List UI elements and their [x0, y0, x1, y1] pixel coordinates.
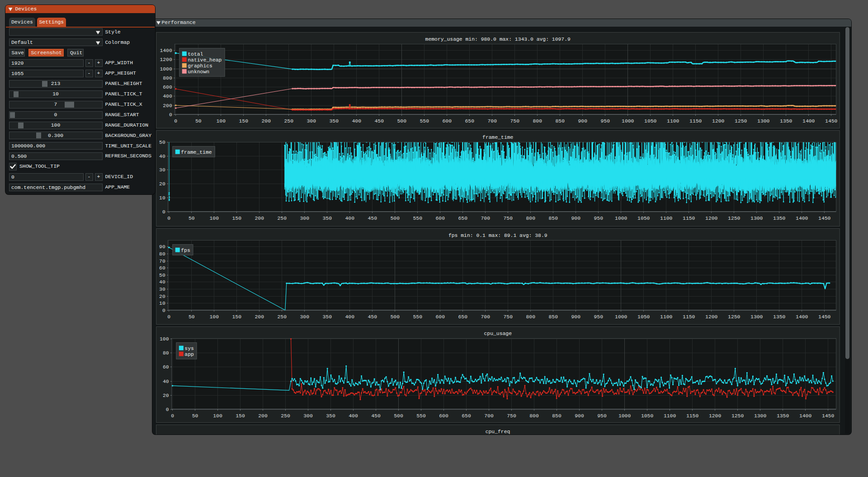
svg-text:550: 550 [416, 413, 426, 418]
svg-text:1450: 1450 [818, 215, 831, 221]
svg-text:1250: 1250 [728, 215, 741, 221]
svg-text:250: 250 [284, 118, 293, 123]
svg-text:40: 40 [159, 153, 165, 159]
svg-text:950: 950 [600, 118, 610, 123]
svg-text:350: 350 [329, 118, 339, 123]
svg-text:200: 200 [255, 215, 264, 221]
svg-text:800: 800 [526, 215, 535, 221]
svg-text:100: 100 [213, 413, 222, 418]
svg-text:1250: 1250 [728, 314, 741, 319]
svg-text:50: 50 [189, 215, 195, 221]
svg-text:850: 850 [548, 215, 558, 221]
svg-text:1150: 1150 [683, 314, 695, 319]
svg-text:1450: 1450 [825, 118, 838, 123]
svg-text:700: 700 [481, 215, 490, 221]
svg-text:950: 950 [597, 413, 607, 418]
svg-text:10: 10 [159, 195, 165, 200]
svg-text:0: 0 [166, 406, 169, 412]
svg-text:1400: 1400 [796, 314, 808, 319]
svg-text:0: 0 [171, 413, 174, 418]
svg-text:1200: 1200 [160, 57, 172, 62]
svg-text:200: 200 [255, 314, 264, 319]
svg-text:650: 650 [462, 413, 471, 418]
svg-text:50: 50 [159, 139, 165, 145]
svg-text:250: 250 [277, 215, 287, 221]
svg-text:app: app [184, 351, 194, 357]
svg-text:850: 850 [552, 413, 561, 418]
svg-text:550: 550 [420, 118, 429, 123]
svg-text:600: 600 [442, 118, 452, 123]
svg-text:0: 0 [167, 215, 170, 221]
svg-text:150: 150 [236, 413, 245, 418]
svg-text:1400: 1400 [160, 48, 172, 53]
svg-text:850: 850 [555, 118, 565, 123]
svg-text:850: 850 [548, 314, 558, 319]
svg-text:1250: 1250 [731, 413, 744, 418]
svg-text:50: 50 [192, 413, 198, 418]
svg-text:650: 650 [458, 215, 467, 221]
svg-text:1450: 1450 [818, 314, 831, 319]
svg-text:100: 100 [209, 314, 219, 319]
svg-text:1300: 1300 [757, 118, 770, 123]
svg-text:1350: 1350 [773, 215, 786, 221]
svg-text:1200: 1200 [712, 118, 725, 123]
svg-text:30: 30 [159, 167, 165, 173]
svg-text:80: 80 [159, 251, 165, 256]
svg-text:200: 200 [163, 103, 172, 108]
svg-text:1350: 1350 [780, 118, 793, 123]
svg-text:200: 200 [261, 118, 271, 123]
svg-text:450: 450 [368, 314, 377, 319]
svg-text:600: 600 [435, 314, 445, 319]
svg-text:1400: 1400 [796, 215, 808, 221]
svg-text:600: 600 [439, 413, 448, 418]
svg-text:450: 450 [368, 215, 377, 221]
svg-text:90: 90 [159, 244, 165, 250]
svg-text:350: 350 [322, 215, 332, 221]
svg-text:1000: 1000 [615, 215, 627, 221]
svg-text:150: 150 [232, 215, 241, 221]
svg-text:1000: 1000 [618, 413, 631, 418]
svg-text:250: 250 [281, 413, 290, 418]
svg-text:1300: 1300 [750, 314, 763, 319]
svg-text:1150: 1150 [686, 413, 699, 418]
svg-text:70: 70 [159, 258, 165, 264]
svg-text:400: 400 [349, 413, 358, 418]
svg-text:150: 150 [232, 314, 241, 319]
svg-text:10: 10 [159, 301, 165, 306]
svg-text:1000: 1000 [160, 66, 172, 71]
svg-text:300: 300 [307, 118, 316, 123]
svg-text:600: 600 [163, 85, 172, 90]
svg-text:650: 650 [465, 118, 474, 123]
svg-text:0: 0 [162, 307, 165, 313]
svg-text:total: total [188, 51, 203, 57]
svg-text:unknown: unknown [188, 69, 209, 74]
svg-text:1000: 1000 [615, 314, 627, 319]
svg-text:1200: 1200 [705, 215, 718, 221]
svg-text:1450: 1450 [822, 413, 835, 418]
svg-text:1050: 1050 [637, 314, 650, 319]
svg-text:100: 100 [209, 215, 219, 221]
svg-text:fps min: 0.1 max: 89.1 avg: 38: fps min: 0.1 max: 89.1 avg: 38.9 [448, 232, 547, 238]
svg-text:1000: 1000 [622, 118, 634, 123]
svg-text:200: 200 [258, 413, 268, 418]
svg-text:400: 400 [352, 118, 361, 123]
svg-text:300: 300 [300, 314, 309, 319]
svg-text:350: 350 [322, 314, 332, 319]
svg-text:20: 20 [159, 293, 165, 299]
svg-text:400: 400 [345, 314, 354, 319]
svg-text:300: 300 [303, 413, 313, 418]
svg-text:40: 40 [163, 378, 169, 384]
svg-text:0: 0 [167, 314, 170, 319]
svg-text:30: 30 [159, 286, 165, 292]
svg-text:fps: fps [181, 247, 190, 253]
svg-text:memory_usage min: 980.0 max: 1: memory_usage min: 980.0 max: 1343.0 avg:… [425, 36, 571, 42]
svg-text:800: 800 [529, 413, 539, 418]
svg-text:800: 800 [533, 118, 542, 123]
svg-text:1400: 1400 [802, 118, 815, 123]
svg-text:950: 950 [594, 215, 603, 221]
svg-text:450: 450 [374, 118, 384, 123]
svg-text:700: 700 [487, 118, 497, 123]
svg-text:60: 60 [159, 265, 165, 271]
svg-text:0: 0 [174, 118, 177, 123]
svg-text:350: 350 [326, 413, 335, 418]
